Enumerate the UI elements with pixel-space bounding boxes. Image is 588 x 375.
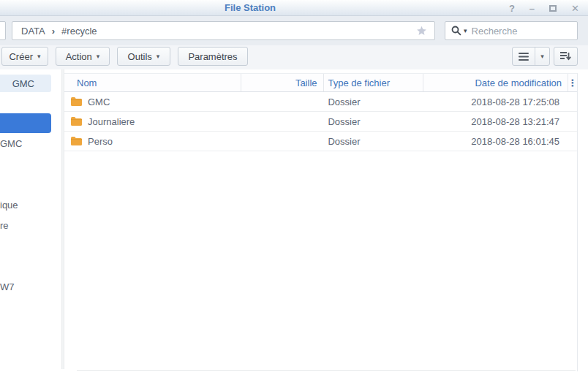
search-box[interactable]: ▾ [445,21,578,40]
chevron-right-icon: › [52,26,55,37]
toolbar: Créer ▾ Action ▾ Outils ▾ Paramètres ▾ [0,45,588,69]
tools-button[interactable]: Outils ▾ [117,47,170,66]
file-type: Dossier [322,132,421,151]
file-modified: 2018-08-28 17:25:08 [421,92,565,111]
minimize-icon[interactable]: – [529,4,535,13]
sort-button[interactable] [554,47,578,66]
search-icon [451,26,461,36]
settings-button-label: Paramètres [188,51,237,62]
settings-button[interactable]: Paramètres [178,47,248,66]
title-bar: File Station ? – ✕ [0,0,588,16]
action-button[interactable]: Action ▾ [56,47,110,66]
file-list: Nom Taille Type de fichier Date de modif… [64,73,578,371]
close-icon[interactable]: ✕ [571,4,579,13]
chevron-down-icon: ▾ [37,53,41,60]
favorite-star-icon[interactable] [416,26,427,36]
file-station-window: File Station ? – ✕ DATA › #recycle ▾ [0,0,588,375]
search-filter-caret-icon[interactable]: ▾ [464,27,467,34]
column-header-modified[interactable]: Date de modification [423,74,568,91]
sidebar: GMC GMC ique re W7 [0,69,63,375]
folder-icon [70,96,83,107]
chevron-down-icon: ▾ [97,53,100,60]
sidebar-item-label: re [0,220,9,231]
maximize-icon[interactable] [549,4,557,13]
column-header-type[interactable]: Type de fichier [324,74,424,91]
table-row[interactable]: Journaliere Dossier 2018-08-28 13:21:47 [64,112,577,132]
sidebar-item[interactable]: ique [0,200,51,211]
window-title: File Station [225,2,276,13]
search-input[interactable] [472,26,571,37]
sidebar-item-selected[interactable] [0,113,51,133]
sidebar-item[interactable]: W7 [0,281,51,292]
file-modified: 2018-08-28 13:21:47 [421,112,565,131]
create-button-label: Créer [9,51,33,62]
breadcrumb[interactable]: DATA › #recycle [12,21,435,40]
window-controls: ? – ✕ [509,0,579,16]
file-size [240,132,322,151]
file-size [240,92,322,111]
file-type: Dossier [322,92,421,111]
sidebar-item-label: ique [0,200,18,211]
maximize-box-glyph [549,5,557,12]
breadcrumb-current[interactable]: #recycle [61,26,97,37]
breadcrumb-root[interactable]: DATA [21,26,45,37]
file-size [240,112,322,131]
cropped-left-button[interactable] [0,21,6,40]
file-type: Dossier [322,112,421,131]
action-button-label: Action [66,51,92,62]
content-bottom-divider [77,370,576,371]
create-button[interactable]: Créer ▾ [1,47,48,66]
sidebar-item[interactable]: re [0,220,51,231]
file-name: Perso [88,136,113,147]
table-row[interactable]: Perso Dossier 2018-08-28 16:01:45 [64,132,577,151]
folder-icon [70,116,83,126]
path-bar: DATA › #recycle ▾ [0,16,588,45]
sidebar-item-label: W7 [0,281,15,292]
list-view-icon [519,53,529,61]
list-view-button[interactable] [513,48,535,65]
table-row[interactable]: GMC Dossier 2018-08-28 17:25:08 [64,92,577,112]
tools-button-label: Outils [128,51,152,62]
sidebar-item[interactable]: GMC [0,138,51,149]
folder-icon [70,136,83,146]
file-modified: 2018-08-28 16:01:45 [421,132,565,151]
sidebar-item-label: GMC [12,78,34,89]
sort-icon [560,52,571,61]
chevron-down-icon: ▾ [157,53,160,60]
sidebar-item-label: GMC [0,138,22,149]
view-mode-split-button: ▾ [512,47,550,66]
help-icon[interactable]: ? [509,4,515,13]
file-name: Journaliere [88,116,135,127]
column-options-icon[interactable]: ⋮ [568,74,577,91]
column-header-size[interactable]: Taille [241,74,324,91]
view-mode-caret-icon[interactable]: ▾ [535,48,549,65]
table-header: Nom Taille Type de fichier Date de modif… [64,73,577,92]
sidebar-item-highlighted[interactable]: GMC [0,75,51,92]
column-header-name[interactable]: Nom [64,74,241,91]
file-name: GMC [88,96,110,107]
